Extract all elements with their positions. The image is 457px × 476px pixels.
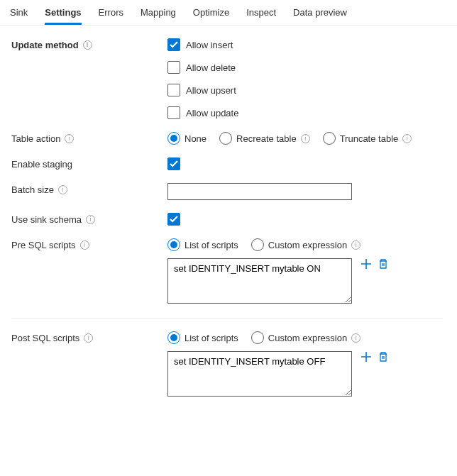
update-method-options: Allow insert Allow delete Allow upsert [167,38,443,119]
info-icon[interactable]: i [351,333,360,343]
radio-icon [251,238,264,251]
info-icon[interactable]: i [83,40,92,50]
table-action-recreate[interactable]: Recreate table i [219,132,310,145]
batch-size-input[interactable] [167,183,352,200]
allow-delete-label: Allow delete [186,62,236,73]
table-action-truncate[interactable]: Truncate table i [323,132,412,145]
info-icon[interactable]: i [65,134,74,143]
pre-sql-options: List of scripts Custom expression i [167,238,443,251]
info-icon[interactable]: i [351,240,360,250]
info-icon[interactable]: i [84,333,93,343]
post-sql-options: List of scripts Custom expression i [167,331,443,344]
pre-sql-label: Pre SQL scripts i [11,238,167,250]
table-action-label: Table action i [11,132,167,144]
update-method-label: Update method i [11,38,167,50]
delete-icon[interactable] [378,258,389,270]
allow-upsert-checkbox[interactable] [167,84,180,96]
post-sql-label: Post SQL scripts i [11,331,167,343]
tab-optimize[interactable]: Optimize [193,6,229,25]
allow-update-label: Allow update [186,108,238,118]
radio-icon [167,238,180,251]
radio-icon [219,132,232,145]
tab-data-preview[interactable]: Data preview [293,6,347,25]
info-icon[interactable]: i [80,240,89,250]
allow-delete-checkbox[interactable] [167,61,180,74]
radio-icon [167,331,180,344]
use-sink-schema-label: Use sink schema i [11,213,167,225]
info-icon[interactable]: i [86,215,95,224]
settings-panel: Update method i Allow insert Allow delet… [0,26,457,424]
allow-insert-label: Allow insert [186,40,233,50]
use-sink-schema-checkbox[interactable] [167,213,180,226]
batch-size-label: Batch size i [11,183,167,195]
tab-inspect[interactable]: Inspect [246,6,276,25]
info-icon[interactable]: i [58,185,67,194]
allow-insert-checkbox[interactable] [167,38,180,51]
divider [11,318,443,319]
info-icon[interactable]: i [402,134,412,143]
allow-update-checkbox[interactable] [167,106,180,119]
tab-sink[interactable]: Sink [10,6,28,25]
radio-icon [167,132,180,145]
pre-sql-list-of-scripts[interactable]: List of scripts [167,238,238,251]
info-icon[interactable]: i [301,134,310,143]
allow-upsert-label: Allow upsert [186,85,236,96]
post-sql-custom-expression[interactable]: Custom expression i [251,331,360,344]
add-icon[interactable] [360,351,372,362]
delete-icon[interactable] [378,351,389,362]
enable-staging-checkbox[interactable] [167,157,180,170]
radio-icon [251,331,264,344]
radio-icon [323,132,336,145]
tab-bar: Sink Settings Errors Mapping Optimize In… [0,0,457,26]
add-icon[interactable] [360,258,372,270]
pre-sql-script-input[interactable] [167,258,352,304]
table-action-options: None Recreate table i Truncate table i [167,132,443,145]
table-action-none[interactable]: None [167,132,207,145]
post-sql-list-of-scripts[interactable]: List of scripts [167,331,238,344]
pre-sql-custom-expression[interactable]: Custom expression i [251,238,360,251]
tab-mapping[interactable]: Mapping [141,6,176,25]
enable-staging-label: Enable staging [11,157,167,170]
tab-settings[interactable]: Settings [45,6,81,25]
post-sql-script-input[interactable] [167,351,352,397]
tab-errors[interactable]: Errors [99,6,123,25]
